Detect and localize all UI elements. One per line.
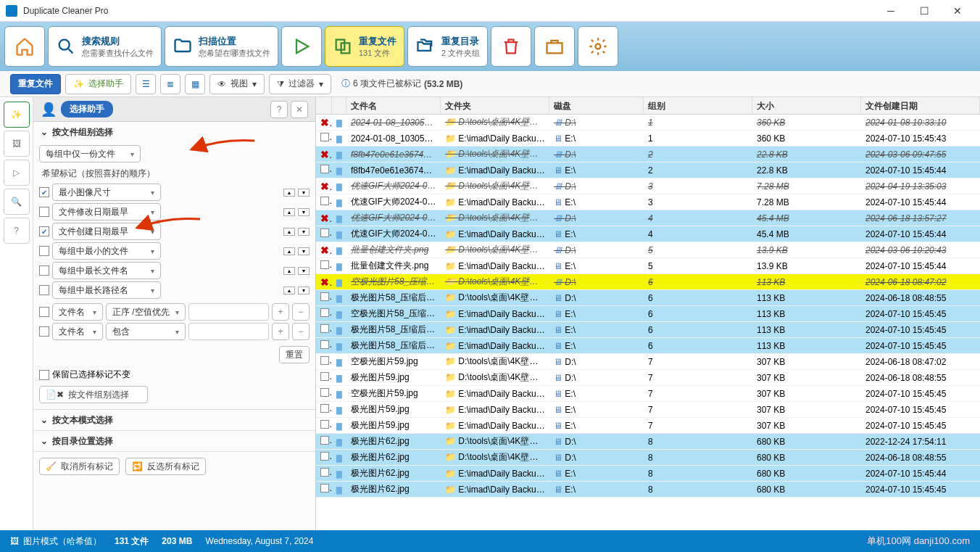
mark-cell[interactable] [316,227,332,241]
col-disk[interactable]: 磁盘 [549,97,644,114]
extra-field-select[interactable]: 文件名 [52,303,103,321]
table-row[interactable]: ▇ 极光图片58_压缩后.jpg 📁 D:\tools\桌面\4K壁纸... 🖥… [316,290,980,306]
v-help-button[interactable]: ? [4,218,30,244]
criteria-select[interactable]: 每组中最长路径名 [52,281,161,299]
view-grid-icon-button[interactable]: ▦ [185,74,205,94]
table-row[interactable]: ▇ 2024-01-08_103059.p... 📁 E:\imad\Daily… [316,131,980,147]
view-details-icon-button[interactable]: ☰ [136,74,156,94]
v-play-button[interactable]: ▷ [4,160,30,186]
move-down-button[interactable]: ▼ [298,208,310,216]
extra-op-select[interactable]: 正序 /空值优先 [106,303,186,321]
criteria-select[interactable]: 每组中最小的文件 [52,242,161,260]
section-group-head[interactable]: ⌄ 按文件组别选择 [33,122,315,142]
toolbox-button[interactable] [534,26,575,67]
table-row[interactable]: ✖ ▇ f8fb47e0e61e36743c1... 📁 D:\tools\桌面… [316,147,980,162]
criteria-checkbox[interactable] [39,187,49,197]
section-dir-head[interactable]: ⌄ 按目录位置选择 [33,431,315,451]
extra-checkbox[interactable] [39,326,49,337]
col-size[interactable]: 大小 [752,97,861,114]
mark-cell[interactable]: ✖ [316,179,332,194]
keep-one-select[interactable]: 每组中仅一份文件 [39,145,141,162]
selection-helper-button[interactable]: ✨ 选择助手 [65,74,131,94]
home-button[interactable] [4,26,45,67]
panel-close-button[interactable]: ✕ [291,101,308,118]
mark-cell[interactable] [316,131,332,145]
table-row[interactable]: ▇ 极光图片59.jpg 📁 D:\tools\桌面\4K壁纸... 🖥 D:\… [316,370,980,386]
panel-help-button[interactable]: ? [270,101,288,118]
table-row[interactable]: ▇ 极光图片59.jpg 📁 E:\imad\Daily Backups... … [316,402,980,418]
mark-cell[interactable] [316,466,332,480]
move-down-button[interactable]: ▼ [298,287,310,294]
table-row[interactable]: ✖ ▇ 优速GIF大师2024-06-... 📁 D:\tools\桌面\4K壁… [316,210,980,226]
table-row[interactable]: ▇ 优速GIF大师2024-06-... 📁 E:\imad\Daily Bac… [316,226,980,242]
add-rule-button[interactable]: + [272,303,289,321]
extra-value-input[interactable] [188,323,269,340]
dup-files-tab[interactable]: 重复文件 [10,74,61,94]
move-up-button[interactable]: ▲ [283,267,295,275]
extra-field-select[interactable]: 文件名 [52,323,103,340]
mark-cell[interactable]: ✖ [316,211,332,226]
mark-cell[interactable]: ✖ [316,243,332,258]
table-row[interactable]: ▇ 批量创建文件夹.png 📁 E:\imad\Daily Backups...… [316,258,980,274]
mark-cell[interactable]: ✖ [316,115,332,130]
move-down-button[interactable]: ▼ [298,267,310,275]
move-up-button[interactable]: ▲ [283,208,295,216]
move-down-button[interactable]: ▼ [298,247,310,255]
move-up-button[interactable]: ▲ [283,287,295,294]
filter-dropdown[interactable]: ⧩ 过滤器 ▾ [269,74,331,94]
extra-value-input[interactable] [188,303,269,321]
table-row[interactable]: ▇ 极光图片62.jpg 📁 D:\tools\桌面\4K壁纸... 🖥 D:\… [316,450,980,466]
col-date[interactable]: 文件创建日期 [861,97,980,114]
v-image-button[interactable]: 🖼 [4,131,30,157]
table-row[interactable]: ▇ 极光图片59.jpg 📁 E:\imad\Daily Backups... … [316,418,980,434]
mark-cell[interactable] [316,371,332,384]
delete-button[interactable] [491,26,531,67]
table-row[interactable]: ▇ 极光图片62.jpg 📁 E:\imad\Daily Backups... … [316,482,980,498]
mark-cell[interactable] [316,323,332,337]
col-folder[interactable]: 文件夹 [441,97,549,114]
table-row[interactable]: ✖ ▇ 优速GIF大师2024-04-... 📁 D:\tools\桌面\4K壁… [316,178,980,194]
mark-cell[interactable] [316,482,332,496]
minimize-button[interactable]: ─ [874,0,908,22]
move-down-button[interactable]: ▼ [298,228,310,236]
remove-rule-button[interactable]: − [292,323,310,340]
table-row[interactable]: ▇ 极光图片58_压缩后.jpg 📁 E:\imad\Daily Backups… [316,338,980,354]
v-helper-button[interactable]: ✨ [4,102,30,128]
section-text-head[interactable]: ⌄ 按文本模式选择 [33,410,315,430]
mark-cell[interactable] [316,403,332,416]
mark-cell[interactable] [316,259,332,273]
dup-dirs-button[interactable]: 重复目录 2 文件夹组 [407,26,488,67]
dup-files-button[interactable]: 重复文件 131 文件 [325,26,404,67]
mark-cell[interactable] [316,163,332,177]
view-list-icon-button[interactable]: ≣ [160,74,180,94]
move-up-button[interactable]: ▲ [283,247,295,255]
mark-cell[interactable] [316,195,332,209]
move-up-button[interactable]: ▲ [283,228,295,236]
add-rule-button[interactable]: + [272,323,289,340]
col-group[interactable]: 组别 [644,97,752,114]
apply-group-select-button[interactable]: 📄✖ 按文件组别选择 [39,386,148,403]
mark-cell[interactable] [316,450,332,464]
criteria-checkbox[interactable] [39,226,49,236]
criteria-checkbox[interactable] [39,265,49,276]
table-row[interactable]: ✖ ▇ 空极光图片58_压缩后.... 📁 D:\tools\桌面\4K壁纸..… [316,274,980,290]
criteria-checkbox[interactable] [39,246,49,256]
settings-button[interactable] [578,26,618,67]
col-name[interactable]: 文件名 [346,97,441,114]
extra-checkbox[interactable] [39,307,49,317]
reset-button[interactable]: 重置 [279,346,310,363]
table-row[interactable]: ▇ 空极光图片59.jpg 📁 E:\imad\Daily Backups...… [316,386,980,402]
table-row[interactable]: ▇ 极光图片62.jpg 📁 D:\tools\桌面\4K壁纸... 🖥 D:\… [316,434,980,450]
grid-body[interactable]: ✖ ▇ 2024-01-08_103059.p... 📁 D:\tools\桌面… [316,115,980,530]
scan-location-button[interactable]: 扫描位置 您希望在哪查找文件 [165,26,278,67]
unmark-all-button[interactable]: 🧹 取消所有标记 [39,458,120,475]
criteria-checkbox[interactable] [39,207,49,217]
mark-cell[interactable]: ✖ [316,275,332,289]
remove-rule-button[interactable]: − [292,303,310,321]
move-up-button[interactable]: ▲ [283,189,295,197]
play-button[interactable] [281,26,322,67]
mark-cell[interactable] [316,339,332,353]
table-row[interactable]: ✖ ▇ 批量创建文件夹.png 📁 D:\tools\桌面\4K壁纸... 🖥 … [316,242,980,258]
keep-marks-checkbox[interactable] [39,370,49,380]
table-row[interactable]: ▇ 极光图片58_压缩后.jpg 📁 E:\imad\Daily Backups… [316,322,980,338]
